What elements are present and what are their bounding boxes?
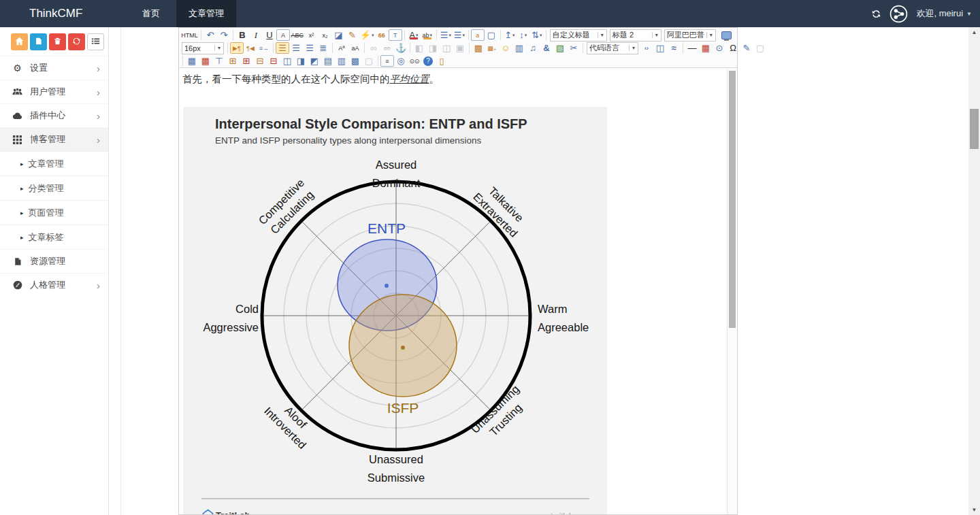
merge-cells-button[interactable]: ◫ — [280, 55, 294, 67]
sidebar-subitem-1[interactable]: ▸分类管理 — [0, 176, 108, 200]
paste-plain-button[interactable]: T — [389, 29, 402, 41]
font-family-select[interactable]: 阿里巴巴普▾ — [664, 29, 716, 41]
fullscreen-button[interactable] — [721, 31, 732, 39]
collapse-menu-button[interactable] — [87, 33, 104, 50]
insert-col-button[interactable]: ⊞ — [240, 55, 253, 67]
highlight-color-button[interactable]: ab▾ — [421, 29, 434, 41]
insert-table-button[interactable]: ▦ — [185, 55, 199, 67]
insert-code-button[interactable]: ‹› — [640, 42, 653, 54]
scroll-up-arrow[interactable]: ▲ — [968, 27, 980, 37]
indent-button[interactable]: ↥▾ — [503, 29, 517, 41]
emoji-button[interactable]: ☺ — [499, 42, 512, 54]
scroll-down-arrow[interactable]: ▼ — [968, 505, 980, 515]
unlink-button[interactable]: ∞ — [380, 42, 394, 54]
recycle-button[interactable] — [68, 33, 85, 50]
delete-row-button[interactable]: ⊟ — [253, 55, 267, 67]
welcome-user-menu[interactable]: 欢迎, meirui▼ — [916, 7, 972, 20]
insert-row-button[interactable]: ⊞ — [226, 55, 240, 67]
multi-image-button[interactable]: ▩₊ — [485, 42, 499, 54]
paragraph[interactable]: 首先，看一下每种类型的人在这个人际空间中的平均位置。 — [182, 72, 727, 86]
form-button[interactable]: ▢ — [753, 42, 767, 54]
date-button[interactable]: ▦ — [699, 42, 713, 54]
sidebar-item-0[interactable]: ⚙设置› — [0, 56, 108, 80]
anchor-button[interactable]: a — [471, 29, 485, 41]
sidebar-item-3[interactable]: 博客管理› — [0, 127, 108, 151]
sidebar-item-1[interactable]: 用户管理› — [0, 80, 108, 103]
screenshot-button[interactable]: ✂ — [567, 42, 581, 54]
special-chars-button[interactable]: Ω — [726, 42, 740, 54]
unordered-list-button[interactable]: ☰▾ — [453, 29, 466, 41]
new-doc-button[interactable]: ▢ — [485, 29, 498, 41]
image-left-float-button[interactable]: ◧ — [412, 42, 426, 54]
note-button[interactable]: ✎ — [740, 42, 753, 54]
to-uppercase-button[interactable]: Aª — [335, 42, 348, 54]
insert-image-button[interactable]: ▩ — [472, 42, 485, 54]
attachment-button[interactable]: & — [540, 42, 553, 54]
format-eraser-button[interactable]: ◪ — [331, 29, 345, 41]
image-center-button[interactable]: ◫ — [440, 42, 453, 54]
row-spacing-button[interactable]: ↕▾ — [517, 29, 530, 41]
help-button[interactable]: ? — [423, 56, 433, 66]
editor-scrollbar[interactable] — [727, 69, 737, 514]
italic-button[interactable]: I — [249, 29, 263, 41]
tab-home[interactable]: 首页 — [126, 0, 176, 27]
tab-article-management[interactable]: 文章管理 — [176, 0, 236, 27]
bold-button[interactable]: B — [235, 29, 249, 41]
align-left-button[interactable]: ☰ — [276, 42, 289, 54]
print-button[interactable]: ≡ — [380, 55, 394, 67]
preview-button[interactable]: ◎ — [394, 55, 408, 67]
blockquote-button[interactable]: 66 — [375, 29, 389, 41]
to-lowercase-button[interactable]: aA — [348, 42, 362, 54]
ltr-paragraph-button[interactable]: ▶¶ — [230, 42, 244, 54]
paragraph-spacing-button[interactable]: ⇅▾ — [530, 29, 544, 41]
delete-col-button[interactable]: ⊟ — [267, 55, 280, 67]
refresh-icon[interactable] — [871, 9, 881, 19]
sidebar-item-2[interactable]: 插件中心› — [0, 103, 108, 127]
anchor-insert-button[interactable]: ⚓ — [394, 42, 408, 54]
superscript-button[interactable]: x² — [304, 29, 318, 41]
music-button[interactable]: ♫ — [526, 42, 540, 54]
html-source-button[interactable]: HTML — [180, 29, 199, 41]
sidebar-item-4[interactable]: 资源管理 — [0, 249, 108, 273]
merge-down-button[interactable]: ◩ — [308, 55, 321, 67]
sidebar-subitem-0[interactable]: ▸文章管理 — [0, 151, 108, 176]
find-replace-button[interactable]: ⊙⊙ — [408, 55, 421, 67]
columns-button[interactable]: ◫ — [653, 42, 667, 54]
char-border-button[interactable]: A — [276, 29, 290, 41]
image-right-float-button[interactable]: ◨ — [426, 42, 440, 54]
merge-right-button[interactable]: ◨ — [294, 55, 308, 67]
split-rows-button[interactable]: ▤ — [321, 55, 335, 67]
underline-button[interactable]: U — [263, 29, 276, 41]
ordered-list-button[interactable]: ☰▾ — [439, 29, 453, 41]
font-size-select[interactable]: 16px▾ — [182, 42, 224, 54]
video-button[interactable]: ▥ — [512, 42, 526, 54]
code-language-select[interactable]: 代码语言▾ — [587, 42, 638, 54]
paragraph-select[interactable]: 标题 2▾ — [610, 29, 662, 41]
undo-button[interactable]: ↶ — [203, 29, 217, 41]
home-button[interactable] — [11, 33, 28, 50]
link-button[interactable]: ∞ — [367, 42, 380, 54]
article-button[interactable] — [30, 33, 47, 50]
sidebar-subitem-3[interactable]: ▸文章标签 — [0, 225, 108, 249]
chart-image[interactable]: Interpersonal Style Comparison: ENTP and… — [183, 107, 607, 514]
redo-button[interactable]: ↷ — [217, 29, 231, 41]
sidebar-subitem-2[interactable]: ▸页面管理 — [0, 200, 108, 225]
rtl-paragraph-button[interactable]: ¶◀ — [244, 42, 257, 54]
delete-table-button[interactable]: ▦ — [199, 55, 212, 67]
time-button[interactable]: ⊙ — [713, 42, 726, 54]
align-justify-button[interactable]: ≣ — [316, 42, 330, 54]
editor-content[interactable]: 首先，看一下每种类型的人在这个人际空间中的平均位置。 Interpersonal… — [179, 69, 727, 514]
draft-button[interactable]: ▯ — [435, 55, 448, 67]
format-painter-button[interactable]: ✎ — [345, 29, 359, 41]
custom-style-select[interactable]: 自定义标题▾ — [550, 29, 607, 41]
page-scrollbar-thumb[interactable] — [970, 109, 979, 149]
table-caption-button[interactable]: ⊤ — [212, 55, 226, 67]
split-cells-button[interactable]: ▩ — [348, 55, 362, 67]
app-brand[interactable]: ThinkCMF — [0, 0, 126, 27]
align-right-button[interactable]: ☰ — [303, 42, 316, 54]
auto-indent-button[interactable]: ≡→ — [257, 42, 271, 54]
table-template-button[interactable]: ▢ — [362, 55, 376, 67]
trash-button[interactable] — [49, 33, 66, 50]
map-button[interactable]: ▧ — [553, 42, 567, 54]
strikethrough-button[interactable]: ABC — [290, 29, 304, 41]
